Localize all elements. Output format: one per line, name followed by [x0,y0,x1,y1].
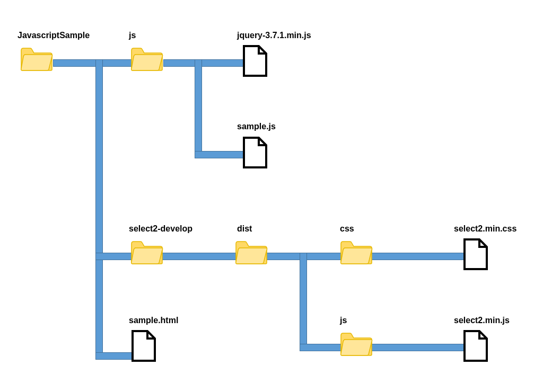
label-css: css [340,224,354,234]
label-samplehtml: sample.html [129,316,178,325]
label-distjs: js [340,316,347,325]
connector-line [300,344,465,351]
file-icon [462,330,489,363]
connector-line [95,59,103,360]
folder-icon [340,330,373,357]
folder-icon [130,45,163,72]
file-icon [242,45,268,78]
diagram-canvas: JavascriptSample js jquery-3.7.1.min.js [0,0,543,392]
connector-line [53,59,134,67]
label-select2js: select2.min.js [454,316,510,325]
label-root: JavascriptSample [17,31,90,40]
connector-line [300,253,307,351]
folder-icon [130,238,163,265]
connector-line [195,59,202,158]
label-select2css: select2.min.css [454,224,516,234]
label-dist: dist [237,224,252,234]
connector-line [95,253,237,260]
label-js: js [129,31,136,40]
label-select2dev: select2-develop [129,224,192,234]
connector-line [195,151,244,158]
file-icon [462,238,489,271]
file-icon [242,137,268,170]
label-samplejs: sample.js [237,122,276,131]
folder-icon [235,238,268,265]
file-icon [130,330,157,363]
folder-icon [340,238,373,265]
label-jquery: jquery-3.7.1.min.js [237,31,311,40]
connector-line [95,352,133,360]
folder-icon [20,45,53,72]
connector-line [163,59,244,67]
